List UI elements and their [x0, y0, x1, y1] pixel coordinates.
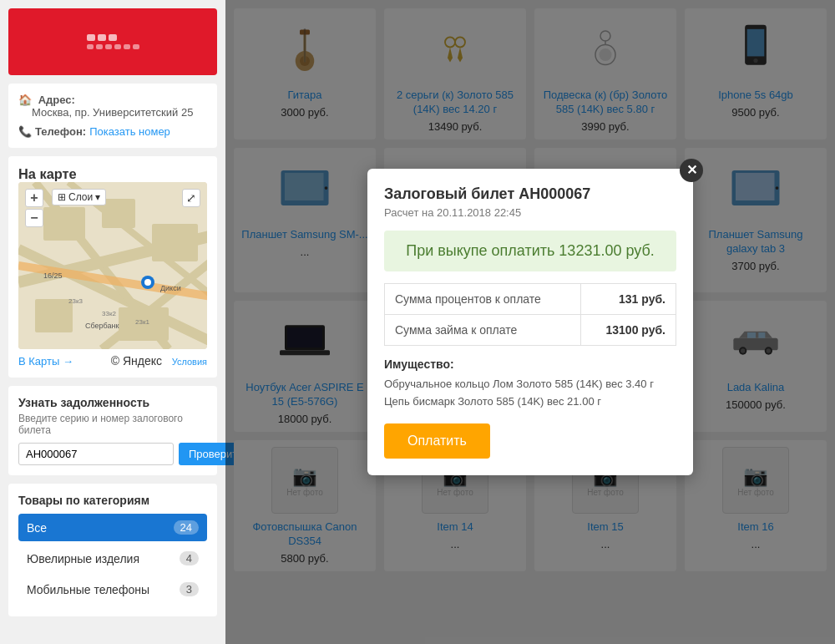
modal-row-label: Сумма займа к оплате	[385, 314, 581, 345]
property-item: Цепь бисмарк Золото 585 (14K) вес 21.00 …	[384, 393, 676, 411]
map-zoom-out-button[interactable]: −	[25, 209, 43, 227]
phone-icon: 📞	[18, 125, 32, 138]
modal-row-value: 131 руб.	[581, 283, 676, 314]
debt-desc: Введите серию и номер залогового билета	[18, 413, 207, 436]
map-attribution: © Яндекс Условия	[111, 354, 207, 368]
svg-rect-8	[102, 199, 135, 228]
modal-total-box: При выкупе оплатить 13231.00 руб.	[384, 231, 676, 271]
category-item[interactable]: Ювелирные изделия4	[18, 545, 207, 572]
svg-rect-7	[43, 207, 85, 241]
main-content: Гитара 3000 руб. 2 серьги (к) Золото 585…	[225, 0, 835, 644]
phone-label: Телефон:	[35, 125, 86, 138]
open-maps-link[interactable]: В Карты →	[18, 355, 73, 368]
modal-table-row: Сумма процентов к оплате131 руб.	[385, 283, 676, 314]
map-container[interactable]: Дикси Сбербанк 16/25 23к3 33к2 23к1 + − …	[18, 182, 207, 349]
modal-details-table: Сумма процентов к оплате131 руб.Сумма за…	[384, 283, 676, 346]
property-item: Обручальное кольцо Лом Золото 585 (14K) …	[384, 376, 676, 393]
categories-card: Товары по категориям Все24Ювелирные изде…	[8, 484, 217, 616]
svg-point-13	[144, 279, 151, 286]
modal-pay-button[interactable]: Оплатить	[384, 423, 490, 459]
map-layers-button[interactable]: ⊞ Слои ▾	[52, 189, 106, 205]
svg-text:23к3: 23к3	[68, 297, 83, 305]
modal-total-text: При выкупе оплатить 13231.00 руб.	[396, 242, 665, 260]
address-card: 🏠 Адрес: Москва, пр. Университетский 25 …	[8, 84, 217, 148]
modal-property-label: Имущество:	[384, 357, 676, 371]
debt-card: Узнать задолженность Введите серию и ном…	[8, 386, 217, 475]
svg-rect-10	[35, 299, 73, 332]
loyalty-card	[8, 8, 217, 75]
map-footer: В Карты → © Яндекс Условия	[18, 354, 207, 368]
map-expand-button[interactable]: ⤢	[182, 189, 200, 207]
category-item[interactable]: Все24	[18, 514, 207, 541]
category-item[interactable]: Мобильные телефоны3	[18, 576, 207, 603]
modal-row-value: 13100 руб.	[581, 314, 676, 345]
map-zoom-in-button[interactable]: +	[25, 189, 43, 207]
svg-text:23к1: 23к1	[135, 318, 149, 326]
svg-text:Сбербанк: Сбербанк	[85, 322, 119, 330]
address-label: Адрес:	[38, 94, 75, 106]
svg-text:Дикси: Дикси	[160, 284, 181, 292]
categories-title: Товары по категориям	[18, 494, 207, 507]
svg-text:16/25: 16/25	[43, 271, 63, 280]
modal-row-label: Сумма процентов к оплате	[385, 283, 581, 314]
map-title: На карте	[18, 166, 207, 182]
modal-table-row: Сумма займа к оплате13100 руб.	[385, 314, 676, 345]
map-card: На карте	[8, 156, 217, 378]
modal-date: Расчет на 20.11.2018 22:45	[384, 206, 676, 219]
debt-title: Узнать задолженность	[18, 396, 207, 409]
chevron-down-icon: ▾	[95, 191, 100, 203]
map-zoom-controls[interactable]: + −	[25, 189, 43, 227]
modal-property-items: Обручальное кольцо Лом Золото 585 (14K) …	[384, 376, 676, 411]
home-icon: 🏠	[18, 94, 32, 106]
modal-dialog: ✕ Залоговый билет АН000067 Расчет на 20.…	[367, 169, 693, 476]
address-text: Москва, пр. Университетский 25	[32, 106, 207, 119]
layers-label: Слои	[68, 191, 93, 203]
debt-input[interactable]	[18, 443, 174, 465]
modal-overlay[interactable]: ✕ Залоговый билет АН000067 Расчет на 20.…	[225, 0, 835, 644]
modal-close-button[interactable]: ✕	[680, 159, 703, 182]
svg-text:33к2: 33к2	[102, 310, 116, 317]
show-phone-link[interactable]: Показать номер	[89, 125, 170, 138]
layers-icon: ⊞	[58, 191, 66, 203]
svg-rect-9	[152, 224, 198, 261]
modal-title: Залоговый билет АН000067	[384, 185, 676, 203]
